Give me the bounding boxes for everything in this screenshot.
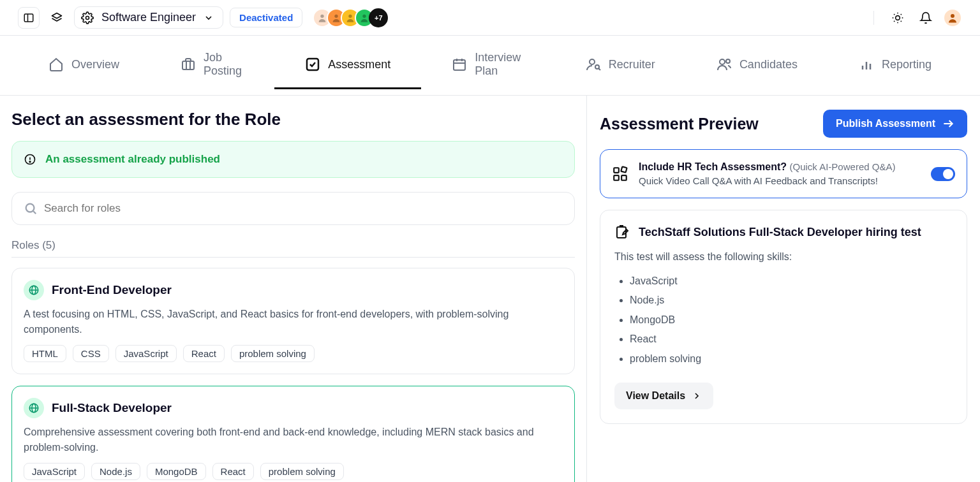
- tab-overview[interactable]: Overview: [18, 41, 150, 89]
- test-intro: This test will assess the following skil…: [614, 251, 953, 263]
- svg-point-4: [321, 14, 324, 17]
- search-icon: [24, 201, 38, 215]
- role-title: Full-Stack Developer: [52, 401, 172, 415]
- skill-tag: JavaScript: [24, 463, 85, 480]
- tab-label: Overview: [71, 58, 119, 71]
- role-description: Comprehensive assessment covering both f…: [24, 425, 563, 455]
- skill-tag: Node.js: [91, 463, 140, 480]
- topbar: Software Engineer Deactivated +7: [0, 0, 980, 36]
- notifications-button[interactable]: [915, 7, 937, 29]
- clipboard-edit-icon: [614, 224, 630, 240]
- tab-interview-plan[interactable]: Interview Plan: [421, 36, 555, 95]
- alert-published: An assessment already published: [11, 141, 575, 178]
- tab-label: Assessment: [328, 58, 390, 71]
- svg-rect-47: [614, 175, 619, 180]
- chevron-right-icon: [692, 391, 702, 401]
- skill-item: MongoDB: [630, 310, 953, 330]
- role-title: Front-End Developer: [52, 283, 172, 297]
- tab-label: Recruiter: [609, 58, 655, 71]
- info-icon: [24, 153, 36, 166]
- widgets-icon: [612, 166, 628, 182]
- skill-item: Node.js: [630, 291, 953, 310]
- skill-tag: problem solving: [260, 463, 344, 480]
- tab-recruiter[interactable]: Recruiter: [555, 41, 686, 89]
- publish-assessment-button[interactable]: Publish Assessment: [823, 110, 967, 138]
- tab-job-posting[interactable]: Job Posting: [150, 36, 274, 95]
- test-preview-card: TechStaff Solutions Full-Stack Developer…: [600, 210, 967, 424]
- skill-tag: HTML: [24, 345, 66, 362]
- role-card[interactable]: Full-Stack DeveloperComprehensive assess…: [11, 386, 575, 482]
- test-title: TechStaff Solutions Full-Stack Developer…: [639, 226, 921, 239]
- hr-title: Include HR Tech Assessment?: [639, 161, 787, 172]
- svg-rect-48: [621, 175, 627, 180]
- search-input[interactable]: [44, 202, 563, 215]
- preview-title: Assessment Preview: [600, 115, 759, 133]
- globe-icon: [24, 398, 44, 418]
- svg-line-11: [894, 14, 895, 15]
- user-avatar[interactable]: [943, 8, 962, 27]
- role-description: A test focusing on HTML, CSS, JavaScript…: [24, 307, 563, 337]
- panel-toggle-button[interactable]: [18, 7, 40, 29]
- view-details-label: View Details: [626, 390, 685, 402]
- svg-rect-22: [454, 60, 465, 70]
- skills-list: JavaScriptNode.jsMongoDBReactproblem sol…: [614, 272, 953, 369]
- theme-toggle-button[interactable]: [887, 7, 909, 29]
- tab-reporting[interactable]: Reporting: [828, 41, 962, 89]
- svg-line-16: [901, 14, 902, 15]
- svg-point-8: [896, 15, 900, 20]
- svg-point-3: [86, 16, 89, 19]
- svg-rect-18: [182, 61, 194, 69]
- role-dropdown[interactable]: Software Engineer: [74, 6, 223, 29]
- arrow-right-icon: [942, 117, 954, 130]
- role-tags: JavaScriptNode.jsMongoDBReactproblem sol…: [24, 463, 563, 480]
- skill-tag: React: [183, 345, 225, 362]
- gear-icon: [81, 11, 94, 24]
- svg-point-30: [726, 59, 730, 63]
- svg-line-38: [33, 211, 36, 214]
- tab-label: Reporting: [882, 58, 932, 71]
- svg-point-17: [951, 14, 954, 18]
- svg-rect-46: [614, 168, 619, 173]
- chevron-down-icon: [204, 13, 214, 23]
- skill-tag: MongoDB: [147, 463, 206, 480]
- svg-marker-2: [52, 13, 62, 18]
- tab-assessment[interactable]: Assessment: [274, 41, 421, 89]
- skill-tag: problem solving: [231, 345, 315, 362]
- tab-label: Candidates: [739, 58, 798, 71]
- svg-rect-0: [24, 14, 33, 22]
- search-box[interactable]: [11, 192, 575, 225]
- skill-tag: JavaScript: [115, 345, 177, 362]
- skill-item: React: [630, 330, 953, 349]
- hr-toggle[interactable]: [931, 167, 955, 181]
- hr-hint: (Quick AI-Powered Q&A): [790, 161, 896, 172]
- hr-assessment-option: Include HR Tech Assessment? (Quick AI-Po…: [600, 149, 967, 198]
- alert-text: An assessment already published: [45, 153, 220, 166]
- svg-point-26: [590, 59, 595, 64]
- tab-label: Interview Plan: [475, 51, 524, 78]
- svg-line-28: [598, 68, 600, 70]
- hr-subtitle: Quick Video Call Q&A with AI Feedback an…: [639, 175, 921, 186]
- svg-rect-49: [621, 166, 627, 172]
- layers-icon[interactable]: [46, 7, 68, 29]
- skill-item: JavaScript: [630, 272, 953, 291]
- svg-point-37: [26, 204, 34, 212]
- tab-candidates[interactable]: Candidates: [686, 41, 828, 89]
- role-name: Software Engineer: [101, 11, 196, 24]
- svg-point-5: [335, 14, 338, 17]
- skill-tag: CSS: [73, 345, 109, 362]
- page-title: Select an assessment for the Role: [11, 110, 575, 129]
- avatar-more[interactable]: +7: [369, 8, 388, 27]
- view-details-button[interactable]: View Details: [614, 383, 713, 409]
- status-chip[interactable]: Deactivated: [230, 8, 302, 27]
- role-tags: HTMLCSSJavaScriptReactproblem solving: [24, 345, 563, 362]
- publish-label: Publish Assessment: [836, 118, 935, 129]
- svg-line-12: [901, 20, 902, 21]
- skill-item: problem solving: [630, 349, 953, 369]
- avatar-stack[interactable]: +7: [318, 8, 388, 27]
- tabs-bar: OverviewJob PostingAssessmentInterview P…: [0, 36, 980, 96]
- tab-label: Job Posting: [204, 51, 244, 78]
- role-card[interactable]: Front-End DeveloperA test focusing on HT…: [11, 268, 575, 374]
- globe-icon: [24, 280, 44, 300]
- svg-point-36: [29, 161, 31, 163]
- svg-point-7: [363, 14, 366, 17]
